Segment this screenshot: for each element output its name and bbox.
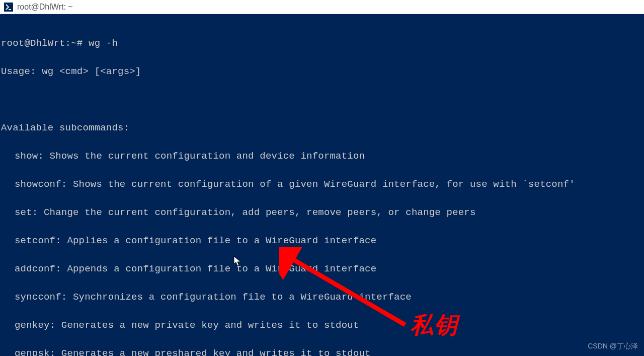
watermark: CSDN @丁心泽: [588, 342, 638, 351]
command: wg -h: [89, 38, 118, 49]
terminal[interactable]: root@DhlWrt:~# wg -h Usage: wg <cmd> [<a…: [0, 14, 644, 356]
window-title: root@DhlWrt: ~: [17, 3, 73, 12]
output-sub-showconf: showconf: Shows the current configuratio…: [1, 177, 644, 191]
output-sub-genkey: genkey: Generates a new private key and …: [1, 318, 644, 332]
output-sub-genpsk: genpsk: Generates a new preshared key an…: [1, 346, 644, 356]
prompt: root@DhlWrt:~#: [1, 38, 89, 49]
output-sub-show: show: Shows the current configuration an…: [1, 149, 644, 163]
output-blank: [1, 93, 644, 107]
output-sub-set: set: Change the current configuration, a…: [1, 205, 644, 220]
window-title-bar: root@DhlWrt: ~: [0, 0, 644, 14]
output-sub-addconf: addconf: Appends a configuration file to…: [1, 262, 644, 276]
output-available: Available subcommands:: [1, 121, 644, 135]
output-sub-setconf: setconf: Applies a configuration file to…: [1, 234, 644, 248]
output-usage: Usage: wg <cmd> [<args>]: [1, 64, 644, 79]
powershell-icon: [4, 3, 13, 12]
output-sub-syncconf: syncconf: Synchronizes a configuration f…: [1, 290, 644, 304]
